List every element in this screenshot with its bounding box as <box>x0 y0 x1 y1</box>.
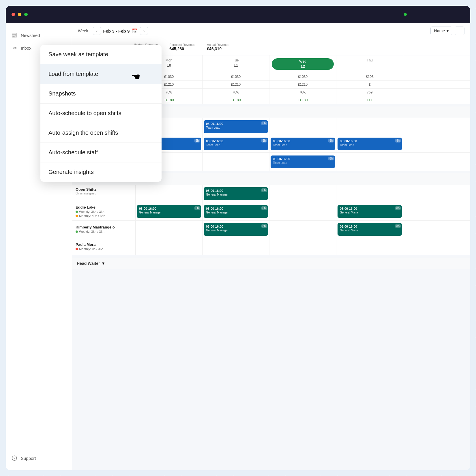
shift-cell-kurt-wed[interactable]: 8h 08:00-16:00 Team Lead <box>269 135 336 152</box>
shift-block[interactable]: 8h 08:00-16:00 Team Lead <box>204 138 268 150</box>
shift-block[interactable]: 8h 08:00-16:00 Team Lead <box>204 120 268 133</box>
role-section-general-manager: General Manager ▾ Open Shifts 8h unassig… <box>72 173 470 255</box>
shift-role: General Manager <box>206 211 266 214</box>
staff-name-paula: Paula Mora <box>76 242 132 247</box>
shift-hours: 8h <box>261 139 267 143</box>
col-day-tue: Tue <box>233 58 239 62</box>
sidebar-label-support: Support <box>21 456 36 461</box>
shift-block[interactable]: 8h 08:00-16:00 General Mana <box>338 223 402 236</box>
hours-dot-orange <box>76 215 78 217</box>
budget-cell-tue-3: 76% <box>203 89 269 96</box>
shift-cell-kimberly-mon <box>136 221 203 238</box>
shift-role: General Manager <box>139 211 199 214</box>
sidebar-bottom: ? Support <box>6 452 72 464</box>
shift-cell-eddie-mon[interactable]: 8h 08:00-16:00 General Manager <box>136 202 203 220</box>
shift-cell-paula-thu <box>336 238 403 255</box>
staff-info-eddie: Eddie Lake Weekly: 36h / 36h Monthly: 40… <box>72 202 136 220</box>
browser-minimize[interactable] <box>18 13 21 16</box>
role-header-head-waiter-bottom[interactable]: Head Waiter ▾ <box>72 258 470 269</box>
camera-indicator <box>404 13 407 16</box>
week-navigation: ‹ Feb 3 - Feb 9 📅 › <box>93 27 148 35</box>
staff-name-kimberly: Kimberly Mastrangelo <box>76 225 132 229</box>
calendar-icon[interactable]: 📅 <box>132 28 138 34</box>
shift-role: Team Lead <box>273 161 333 164</box>
shift-cell-gmopen-mon <box>136 185 203 202</box>
extra-dropdown-button[interactable]: L <box>455 27 464 35</box>
col-header-wed: Wed 12 <box>269 55 336 73</box>
shift-cell-kimberly-thu[interactable]: 8h 08:00-16:00 General Mana <box>336 221 403 238</box>
shift-time: 08:00-16:00 <box>206 189 266 192</box>
shift-cell-paula-mon <box>136 238 203 255</box>
shift-time: 08:00-16:00 <box>206 207 266 210</box>
budget-cell-thu-3: 769 <box>336 89 403 96</box>
shift-role: General Manager <box>206 229 266 232</box>
forecast-revenue: Forecast Revenue £45,280 <box>169 43 195 51</box>
shift-block[interactable]: 8h 08:00-16:00 Team Lead <box>271 138 335 150</box>
sidebar-item-support[interactable]: ? Support <box>6 452 72 464</box>
shift-role: General Mana <box>340 229 400 232</box>
shift-block[interactable]: 8h 08:00-16:00 Team Lead <box>271 155 335 168</box>
shift-role: General Mana <box>340 211 400 214</box>
menu-item-auto-schedule-staff[interactable]: Auto-schedule staff <box>40 143 162 162</box>
newsfeed-icon: 📰 <box>12 32 17 38</box>
budget-cell-tue-4: +£180 <box>203 96 269 104</box>
col-date-mon: 10 <box>167 63 171 68</box>
menu-item-auto-assign-open[interactable]: Auto-assign the open shifts <box>40 123 162 143</box>
menu-item-save-week-template[interactable]: Save week as template <box>40 45 162 64</box>
shift-cell-open-tue[interactable]: 8h 08:00-16:00 Team Lead <box>203 118 269 135</box>
shift-block[interactable]: 8h 08:00-16:00 General Manager <box>204 187 268 200</box>
shift-hours: 8h <box>194 139 200 143</box>
shift-hours: 8h <box>395 224 401 228</box>
hours-dot-green <box>76 211 78 213</box>
sidebar-item-newsfeed[interactable]: 📰 Newsfeed <box>6 29 72 42</box>
shift-block[interactable]: 8h 08:00-16:00 General Mana <box>338 205 402 218</box>
browser-maximize[interactable] <box>24 13 28 16</box>
name-dropdown-button[interactable]: Name ▾ <box>430 27 452 35</box>
shift-hours: 8h <box>194 206 200 210</box>
chevron-down-icon: ▾ <box>102 261 104 266</box>
next-week-button[interactable]: › <box>140 27 148 35</box>
shift-cell-paula-tue <box>203 238 269 255</box>
shift-block[interactable]: 8h 08:00-16:00 Team Lead <box>338 138 402 150</box>
shift-cell-eddie-tue[interactable]: 8h 08:00-16:00 General Manager <box>203 202 269 220</box>
shift-cell-patricia-wed[interactable]: 8h 08:00-16:00 Team Lead <box>269 153 336 171</box>
shift-role: Team Lead <box>206 126 266 129</box>
shift-time: 08:00-16:00 <box>273 157 333 161</box>
staff-info-kimberly: Kimberly Mastrangelo Weekly: 36h / 36h <box>72 221 136 238</box>
budget-cell-tue-1: £1030 <box>203 73 269 80</box>
shift-cell-kimberly-tue[interactable]: 8h 08:00-16:00 General Manager <box>203 221 269 238</box>
menu-item-auto-schedule-open[interactable]: Auto-schedule to open shifts <box>40 104 162 123</box>
staff-row-open-shifts-gm: Open Shifts 8h unassigned 8h 08:00-16:00… <box>72 185 470 202</box>
shift-cell-kurt-tue[interactable]: 8h 08:00-16:00 Team Lead <box>203 135 269 152</box>
support-icon: ? <box>12 455 17 461</box>
shift-time: 08:00-16:00 <box>206 139 266 143</box>
shift-cell-kurt-thu[interactable]: 8h 08:00-16:00 Team Lead <box>336 135 403 152</box>
forecast-revenue-value: £45,280 <box>169 46 195 51</box>
shift-cell-gmopen-tue[interactable]: 8h 08:00-16:00 General Manager <box>203 185 269 202</box>
col-date-tue: 11 <box>234 63 238 68</box>
shift-hours: 8h <box>261 224 267 228</box>
shift-block[interactable]: 8h 08:00-16:00 General Manager <box>204 223 268 236</box>
menu-item-snapshots[interactable]: Snapshots <box>40 84 162 104</box>
budget-cell-wed-1: £1030 <box>269 73 336 80</box>
shift-cell-eddie-thu[interactable]: 8h 08:00-16:00 General Mana <box>336 202 403 220</box>
shift-block[interactable]: 8h 08:00-16:00 General Manager <box>204 205 268 218</box>
role-title-head-waiter-bottom: Head Waiter <box>77 261 100 266</box>
menu-item-load-template[interactable]: Load from template <box>40 64 162 84</box>
hours-dot-red <box>76 248 78 250</box>
staff-hours-eddie-weekly: Weekly: 36h / 36h <box>76 210 132 213</box>
prev-week-button[interactable]: ‹ <box>93 27 101 35</box>
budget-cell-tue-2: £1210 <box>203 81 269 88</box>
menu-item-generate-insights[interactable]: Generate insights <box>40 162 162 182</box>
actual-revenue-value: £46,319 <box>207 46 229 51</box>
shift-cell-kimberly-wed <box>269 221 336 238</box>
browser-close[interactable] <box>12 13 15 16</box>
budget-cell-thu-1: £103 <box>336 73 403 80</box>
shift-block[interactable]: 8h 08:00-16:00 General Manager <box>137 205 201 218</box>
col-header-thu: Thu <box>336 55 403 73</box>
shift-cell-patricia-thu <box>336 153 403 171</box>
actual-revenue: Actual Revenue £46,319 <box>207 43 229 51</box>
shift-hours: 8h <box>328 157 334 160</box>
col-date-wed: 12 <box>301 64 305 69</box>
shift-role: Team Lead <box>273 143 333 147</box>
